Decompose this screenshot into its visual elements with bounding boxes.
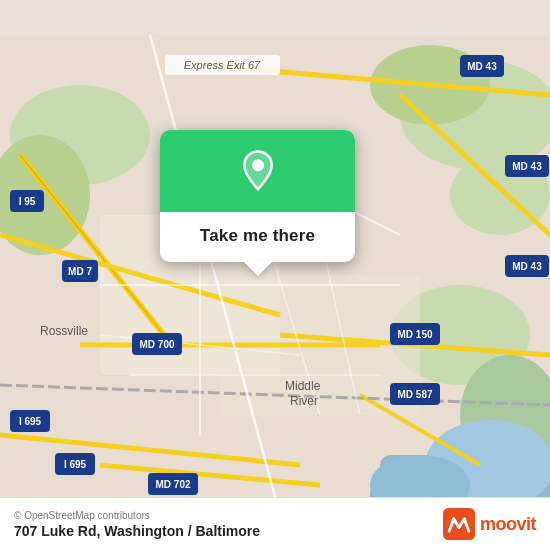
popup-card[interactable]: Take me there: [160, 130, 355, 262]
svg-text:I 95: I 95: [19, 196, 36, 207]
bottom-bar: © OpenStreetMap contributors 707 Luke Rd…: [0, 497, 550, 550]
svg-text:River: River: [290, 394, 318, 408]
map-container: Express Exit 67 I 95 MD 7 MD 43 MD 43 MD…: [0, 0, 550, 550]
svg-text:MD 43: MD 43: [512, 261, 542, 272]
svg-text:I 695: I 695: [64, 459, 87, 470]
svg-point-61: [252, 159, 264, 171]
address-text: 707 Luke Rd, Washington / Baltimore: [14, 523, 260, 539]
svg-text:MD 43: MD 43: [512, 161, 542, 172]
attribution-text: © OpenStreetMap contributors: [14, 510, 260, 521]
bottom-left: © OpenStreetMap contributors 707 Luke Rd…: [14, 510, 260, 539]
svg-text:MD 7: MD 7: [68, 266, 92, 277]
svg-text:MD 587: MD 587: [397, 389, 432, 400]
svg-text:MD 150: MD 150: [397, 329, 432, 340]
svg-text:MD 700: MD 700: [139, 339, 174, 350]
svg-text:Middle: Middle: [285, 379, 321, 393]
svg-rect-62: [443, 508, 475, 540]
moovit-logo[interactable]: moovit: [443, 508, 536, 540]
moovit-icon-svg: [443, 508, 475, 540]
moovit-wordmark: moovit: [480, 514, 536, 535]
popup-green-area: [160, 130, 355, 212]
svg-text:Express Exit 67: Express Exit 67: [184, 59, 261, 71]
svg-text:Rossville: Rossville: [40, 324, 88, 338]
svg-text:I 695: I 695: [19, 416, 42, 427]
svg-text:MD 43: MD 43: [467, 61, 497, 72]
svg-text:MD 702: MD 702: [155, 479, 190, 490]
take-me-there-button[interactable]: Take me there: [190, 212, 325, 262]
location-pin-icon: [234, 148, 282, 196]
